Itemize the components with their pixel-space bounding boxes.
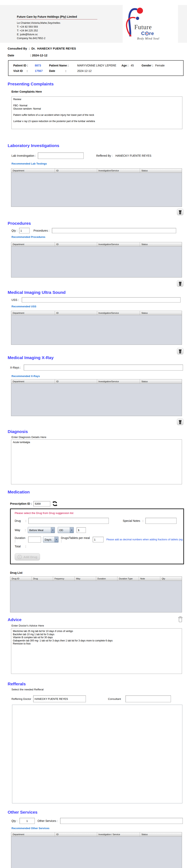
column-header-qty: Qty xyxy=(160,577,182,581)
other-services-qty-input[interactable] xyxy=(20,818,35,824)
date-value: : 2024-12-12 xyxy=(30,54,47,57)
add-drug-label: Add Drug xyxy=(24,555,37,559)
table-header-row: Department ID Investigation/Service Stat… xyxy=(11,379,182,384)
column-header-department: Department xyxy=(11,311,55,315)
procedures-title: Procedures xyxy=(8,221,187,226)
uss-table-body[interactable] xyxy=(11,315,182,345)
refferal-subtitle: Select the needed Refferal xyxy=(11,688,187,691)
column-header-id: ID xyxy=(55,311,97,315)
uss-clear-button[interactable] xyxy=(177,348,183,354)
special-notes-input[interactable] xyxy=(145,518,177,524)
presenting-complaints-title: Presenting Complaints xyxy=(8,82,187,86)
procedures-table: Department ID Investigation/Service Stat… xyxy=(11,242,182,278)
column-header-investigation: Investigation / Service xyxy=(97,832,140,836)
reffering-doctor-input[interactable] xyxy=(33,695,86,702)
age-value: 45 xyxy=(131,64,134,67)
consultant-label: Consultant xyxy=(108,698,121,701)
table-header-row: Department ID Investigation/Service Stat… xyxy=(11,311,182,315)
special-notes-label: Special Notes : xyxy=(123,519,143,522)
lab-clear-button[interactable] xyxy=(177,209,183,215)
column-header-status: Status xyxy=(140,168,182,173)
company-logo: Future C ♥ re Body Mind Soul xyxy=(123,5,178,43)
total-label: Total : xyxy=(15,545,26,548)
refresh-prescription-button[interactable] xyxy=(52,500,58,507)
drug-label: Drug : xyxy=(15,519,26,522)
procedures-clear-button[interactable] xyxy=(177,280,183,287)
company-email: E: jude@future.sc xyxy=(17,32,97,36)
add-drug-button[interactable]: + Add Drug xyxy=(15,553,40,560)
other-services-title: Other Services xyxy=(8,810,187,815)
frequency-select[interactable]: OD ▼ xyxy=(58,527,74,533)
other-services-input[interactable] xyxy=(60,818,183,824)
drug-list-label: Drug List xyxy=(10,571,187,575)
recommended-uss-link: Recommended USS xyxy=(11,305,187,308)
advice-textarea[interactable]: Meclizine tab 25 mg tab bd for 10 days i… xyxy=(11,628,182,674)
gender-label: Gender : xyxy=(142,64,155,67)
recommended-other-services-link: Recommended Other Services xyxy=(11,827,187,830)
table-header-row: Drug ID Drug Fequency Way Duration Durat… xyxy=(10,577,182,581)
column-header-department: Department xyxy=(11,379,55,383)
procedures-table-body[interactable] xyxy=(11,247,182,277)
recommended-procedures-link: Recommended Procedures xyxy=(11,236,187,239)
drug-list-table-body[interactable] xyxy=(10,581,182,612)
lab-investigation-input[interactable] xyxy=(38,152,84,159)
duration-unit-value: Day/s xyxy=(45,538,51,541)
consultant-input[interactable] xyxy=(125,695,171,702)
column-header-way: Way xyxy=(75,577,96,581)
per-meal-input[interactable] xyxy=(93,537,104,542)
drug-list-table: Drug ID Drug Fequency Way Duration Durat… xyxy=(10,577,182,613)
page-header: Future Care by Future Holdings (Pty) Lim… xyxy=(0,5,187,43)
consulted-by-line: Consulted By : Dr. HANECKY FUENTE REYES xyxy=(8,47,187,50)
duration-input[interactable] xyxy=(28,536,41,542)
age-label: Age : xyxy=(121,64,131,67)
drug-input[interactable] xyxy=(28,518,109,524)
fraction-note: Please add as decimal numbers when addin… xyxy=(106,538,183,541)
trash-icon xyxy=(178,349,182,353)
prescription-id-label: Prescription ID : xyxy=(10,502,32,505)
visit-date-value: 2024-12-12 xyxy=(77,69,92,72)
company-title: Future Care by Future Holdings (Pty) Lim… xyxy=(17,15,97,20)
procedures-input[interactable] xyxy=(52,228,176,233)
column-header-id: ID xyxy=(55,379,97,383)
duration-unit-select[interactable]: Day/s ▼ xyxy=(43,536,58,542)
frequency-qty-input[interactable] xyxy=(77,527,86,533)
prescription-id-input[interactable] xyxy=(33,501,50,506)
company-phone-1: T: +24 82 593 593 xyxy=(17,25,97,29)
column-header-investigation: Investigation/Service xyxy=(97,311,140,315)
chevron-down-icon: ▼ xyxy=(54,537,58,542)
chevron-down-icon: ▼ xyxy=(51,527,55,533)
reffering-doctor-label: Reffering Doctor xyxy=(11,698,31,701)
column-header-investigation: Investigation/Service xyxy=(97,379,140,383)
gender-value: Female xyxy=(155,64,165,67)
column-header-department: Department xyxy=(11,832,55,836)
recommended-xrays-link: Recommended X-Rays xyxy=(11,375,187,378)
uss-input[interactable] xyxy=(22,297,181,303)
xrays-input[interactable] xyxy=(24,365,183,371)
other-services-table-body[interactable] xyxy=(11,837,182,868)
patient-id-value: 8873 xyxy=(35,64,41,67)
procedures-qty-input[interactable] xyxy=(19,228,30,234)
diagnosis-textarea[interactable]: Acute lumbalgia xyxy=(11,439,182,484)
complaints-textarea[interactable]: Review FBC- Normal Glucose ramdom- Norma… xyxy=(11,96,182,129)
column-header-id: ID xyxy=(55,832,97,836)
patient-row-2: Visit ID :17567 Date :2024-12-12 xyxy=(13,68,183,73)
column-header-investigation: Investigation/Service xyxy=(97,168,140,173)
other-services-label: Other Services : xyxy=(38,819,58,823)
column-header-id: ID xyxy=(55,242,97,246)
patient-name-label: Patient Name : xyxy=(49,64,77,67)
trash-icon xyxy=(178,210,182,214)
diagnosis-label: Enter Diagnosis Details Here xyxy=(11,436,187,439)
advice-clear-button[interactable] xyxy=(177,616,183,622)
way-timing-value: Before Meal xyxy=(29,529,43,532)
refferal-list-box[interactable] xyxy=(12,705,182,803)
way-timing-select[interactable]: Before Meal ▼ xyxy=(28,527,55,533)
xray-clear-button[interactable] xyxy=(177,419,183,425)
company-address: Le Chainter,Victoria,Mahe,Seychelles xyxy=(17,21,97,25)
company-number: Company No.8417652-2 xyxy=(17,36,97,40)
patient-id-label: Patient ID : xyxy=(13,64,35,67)
column-header-status: Status xyxy=(140,832,182,836)
ultrasound-title: Medical Imaging Ultra Sound xyxy=(8,290,187,295)
lab-table-body[interactable] xyxy=(11,173,182,207)
xray-table-body[interactable] xyxy=(11,384,182,416)
way-label: Way : xyxy=(15,528,26,532)
